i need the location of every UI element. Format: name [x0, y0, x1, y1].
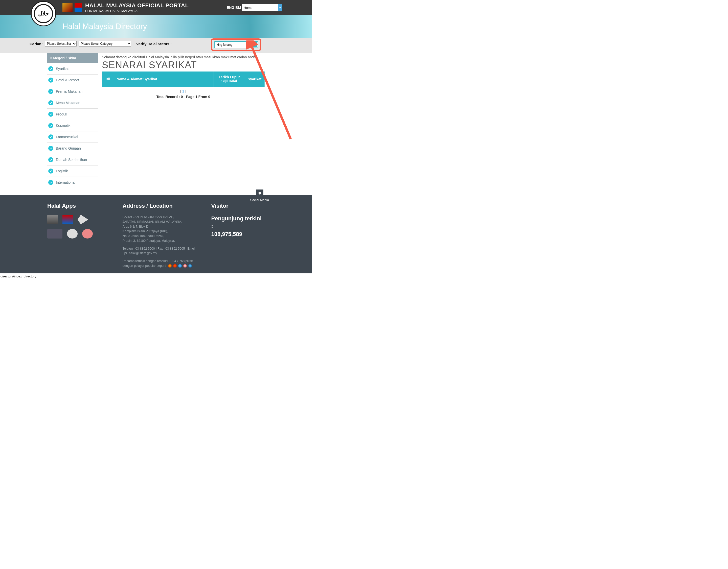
safari-icon [188, 264, 192, 268]
svg-point-0 [253, 44, 255, 46]
best-view-line: Paparan terbaik dengan resolusi 1024 x 7… [123, 259, 196, 268]
app-icon[interactable] [47, 215, 58, 224]
col-name: Nama & Alamat Syarikat [114, 72, 214, 87]
app-icon[interactable] [82, 229, 93, 239]
gear-icon[interactable] [256, 190, 263, 197]
check-icon [48, 134, 53, 140]
check-icon [48, 169, 53, 174]
carian-label: Carian: [30, 42, 43, 46]
halal-logo [31, 1, 56, 26]
sidebar-item[interactable]: Premis Makanan [47, 86, 98, 97]
top-bar: HALAL MALAYSIA OFFICIAL PORTAL PORTAL RA… [0, 0, 312, 15]
sidebar-item-label: Kosmetik [56, 124, 71, 128]
app-icon[interactable] [62, 215, 73, 224]
company-list-title: SENARAI SYARIKAT [102, 60, 265, 71]
sidebar: Kategori / Skim SyarikatHotel & ResortPr… [47, 53, 98, 188]
sidebar-item[interactable]: Barang Gunaan [47, 143, 98, 154]
contact-line: Telefon : 03-8892 5000 | Fax : 03-8892 5… [123, 246, 196, 256]
halal-apps-header: Halal Apps [47, 203, 107, 209]
sidebar-item[interactable]: Logistik [47, 166, 98, 177]
address-header: Address / Location [123, 203, 196, 209]
app-icon[interactable] [47, 229, 62, 239]
sidebar-item[interactable]: Farmaseutikal [47, 131, 98, 143]
sidebar-item-label: Logistik [56, 169, 68, 173]
check-icon [48, 78, 53, 83]
portal-title: HALAL MALAYSIA OFFICIAL PORTAL [85, 2, 189, 9]
check-icon [48, 123, 53, 128]
jakim-icon [75, 3, 82, 12]
sidebar-item-label: Menu Makanan [56, 101, 80, 105]
edge-icon [178, 264, 182, 268]
verify-halal-label: Verify Halal Status : [136, 42, 172, 46]
results-table: Bil Nama & Alamat Syarikat Tarikh Luput … [102, 72, 265, 87]
sidebar-item-label: Produk [56, 112, 67, 116]
portal-title-group: HALAL MALAYSIA OFFICIAL PORTAL PORTAL RA… [85, 2, 189, 13]
visitor-count: 108,975,589 [211, 231, 265, 238]
lang-eng-link[interactable]: ENG [227, 6, 234, 10]
search-icon [253, 43, 256, 47]
total-record: Total Record : 0 - Page 1 From 0 [102, 95, 265, 99]
category-select[interactable]: Please Select Category [79, 41, 131, 47]
firefox-icon [173, 264, 177, 268]
halal-apps-icons [47, 215, 107, 239]
halal-logo-inner [34, 4, 53, 23]
sidebar-item-label: Rumah Sembelihan [56, 158, 87, 162]
sidebar-header: Kategori / Skim [47, 53, 98, 63]
visitor-header: Visitor [211, 203, 265, 209]
malaysia-crest-icon [62, 3, 73, 12]
sidebar-item-label: Hotel & Resort [56, 78, 79, 82]
sidebar-item[interactable]: Kosmetik [47, 120, 98, 131]
col-bil: Bil [102, 72, 114, 87]
chrome-icon [168, 264, 172, 268]
content-area: Selamat datang ke direktori Halal Malays… [102, 53, 265, 188]
app-icon[interactable] [67, 229, 78, 239]
crest-icons-group [62, 3, 82, 12]
check-icon [48, 180, 53, 185]
check-icon [48, 146, 53, 151]
social-media-label: Social Media [250, 198, 269, 202]
main-content: Kategori / Skim SyarikatHotel & ResortPr… [47, 53, 265, 188]
search-highlight-annotation [211, 38, 261, 51]
footer: Social Media Halal Apps Address / Locati… [0, 195, 312, 274]
sidebar-item-label: Farmaseutikal [56, 135, 78, 139]
sidebar-item[interactable]: International [47, 177, 98, 188]
status-url: directory/index_directory [0, 274, 312, 279]
check-icon [48, 100, 53, 105]
check-icon [48, 89, 53, 94]
sidebar-item-label: Premis Makanan [56, 89, 82, 94]
sidebar-item[interactable]: Produk [47, 109, 98, 120]
sidebar-item-label: Syarikat [56, 67, 69, 71]
pagination: [ 1 ] [102, 87, 265, 95]
social-media-widget[interactable]: Social Media [250, 190, 269, 202]
sidebar-item-label: Barang Gunaan [56, 146, 81, 150]
address-line: JABATAN KEMAJUAN ISLAM MALAYSIA, [123, 220, 196, 224]
visitor-label: Pengunjung terkini : [211, 215, 265, 231]
opera-icon [183, 264, 187, 268]
col-company: Syarikat [245, 72, 264, 87]
state-select[interactable]: Please Select State [45, 41, 77, 47]
lang-bm-link[interactable]: BM [235, 6, 241, 10]
page-title: Halal Malaysia Directory [62, 22, 282, 31]
sidebar-item-label: International [56, 181, 75, 185]
address-line: BAHAGIAN PENGURUSAN HALAL, [123, 215, 196, 220]
home-nav-select[interactable]: Home [242, 4, 282, 11]
app-icon[interactable] [78, 215, 88, 224]
address-line: No. 3 Jalan Tun Abdul Razak, [123, 234, 196, 239]
sidebar-item[interactable]: Menu Makanan [47, 97, 98, 109]
address-line: Kompleks Islam Putrajaya (KIP), [123, 229, 196, 234]
check-icon [48, 157, 53, 162]
sidebar-item[interactable]: Rumah Sembelihan [47, 154, 98, 166]
col-expiry: Tarikh Luput Sijil Halal [214, 72, 245, 87]
filter-bar: Carian: Please Select State Please Selec… [0, 38, 312, 53]
welcome-text: Selamat datang ke direktori Halal Malays… [102, 55, 265, 59]
portal-subtitle: PORTAL RASMI HALAL MALAYSIA [85, 9, 189, 13]
check-icon [48, 66, 53, 71]
address-line: Presint 3, 62100 Putrajaya, Malaysia. [123, 239, 196, 243]
address-line: Aras 6 & 7, Blok D, [123, 224, 196, 229]
sidebar-item[interactable]: Syarikat [47, 63, 98, 75]
sidebar-item[interactable]: Hotel & Resort [47, 75, 98, 86]
check-icon [48, 112, 53, 117]
svg-line-1 [255, 45, 256, 46]
search-button[interactable] [252, 42, 257, 48]
page-1-link[interactable]: 1 [182, 89, 184, 93]
